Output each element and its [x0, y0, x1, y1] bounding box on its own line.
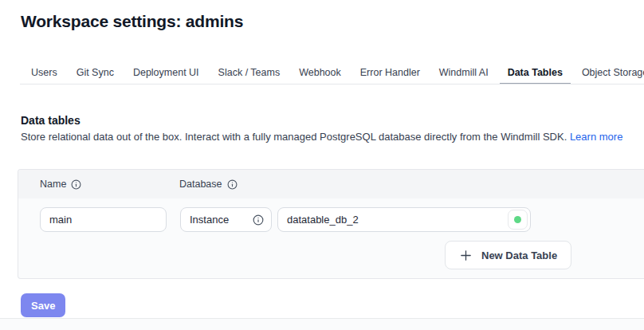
table-header-row: Name Database	[18, 170, 644, 198]
table-row: Instance	[40, 207, 644, 232]
save-button[interactable]: Save	[21, 293, 65, 317]
tab-error-handler[interactable]: Error Handler	[352, 62, 428, 84]
info-icon[interactable]	[71, 179, 81, 190]
tab-object-storage[interactable]: Object Storage	[574, 62, 644, 84]
tab-data-tables[interactable]: Data Tables	[500, 62, 571, 84]
new-data-table-label: New Data Table	[481, 249, 557, 261]
section-description: Store relational data out of the box. In…	[21, 131, 644, 143]
table-body: Instance	[18, 198, 644, 278]
connection-status-badge[interactable]	[508, 210, 528, 230]
tab-webhook[interactable]: Webhook	[291, 62, 349, 84]
footer-divider	[0, 318, 644, 330]
section-heading: Data tables	[21, 115, 644, 127]
new-data-table-button[interactable]: New Data Table	[445, 241, 571, 269]
table-name-input[interactable]	[40, 207, 167, 232]
column-header-name: Name	[40, 179, 179, 190]
column-header-database: Database	[179, 179, 644, 190]
tab-slack-teams[interactable]: Slack / Teams	[210, 62, 289, 84]
database-source-label: Instance	[190, 214, 229, 226]
learn-more-link[interactable]: Learn more	[570, 131, 622, 143]
tab-deployment-ui[interactable]: Deployment UI	[125, 62, 207, 84]
section-description-text: Store relational data out of the box. In…	[21, 131, 567, 143]
column-header-database-label: Database	[179, 179, 222, 190]
data-tables-card: Name Database I	[18, 169, 644, 279]
info-icon[interactable]	[253, 214, 264, 226]
database-source-select[interactable]: Instance	[180, 207, 272, 232]
tab-git-sync[interactable]: Git Sync	[69, 62, 122, 84]
database-name-input[interactable]	[277, 207, 531, 232]
database-name-field	[277, 207, 531, 232]
status-ok-dot-icon	[514, 216, 521, 223]
table-actions-row: New Data Table	[40, 241, 644, 269]
settings-tab-bar: Users Git Sync Deployment UI Slack / Tea…	[20, 62, 644, 84]
info-icon[interactable]	[227, 179, 238, 190]
plus-icon	[459, 249, 473, 262]
tab-users[interactable]: Users	[23, 62, 65, 84]
column-header-name-label: Name	[40, 179, 66, 190]
tab-windmill-ai[interactable]: Windmill AI	[431, 62, 497, 84]
page-title: Workspace settings: admins	[21, 12, 644, 31]
